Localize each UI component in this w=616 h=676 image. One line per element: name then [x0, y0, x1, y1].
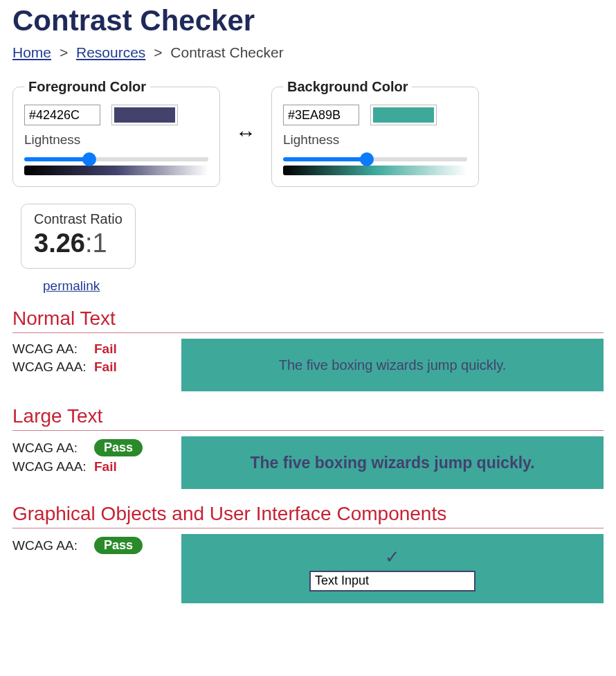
contrast-ratio-title: Contrast Ratio — [34, 211, 123, 227]
ui-sample-input[interactable] — [309, 571, 475, 592]
background-lightness-slider[interactable] — [283, 157, 467, 161]
contrast-ratio-value: 3.26:1 — [34, 229, 123, 258]
foreground-gradient-bar — [24, 166, 208, 175]
breadcrumb-sep: > — [60, 44, 68, 60]
large-text-sample[interactable]: The five boxing wizards jump quickly. — [250, 454, 534, 472]
foreground-panel: Foreground Color Lightness — [12, 79, 220, 187]
large-aa-result: Pass — [94, 439, 143, 456]
background-gradient-bar — [283, 166, 467, 175]
ratio-number: 3.26 — [34, 229, 85, 258]
check-icon: ✓ — [385, 546, 400, 568]
swap-colors-button[interactable]: ↔ — [233, 120, 259, 146]
normal-text-sample-box: The five boxing wizards jump quickly. — [181, 339, 604, 391]
normal-text-results: WCAG AA: Fail WCAG AAA: Fail — [12, 339, 165, 391]
background-legend: Background Color — [283, 79, 412, 95]
normal-text-heading: Normal Text — [12, 308, 604, 333]
page-title: Contrast Checker — [12, 4, 604, 37]
large-aa-label: WCAG AA: — [12, 441, 94, 456]
foreground-lightness-slider[interactable] — [24, 157, 208, 161]
background-swatch-border[interactable] — [370, 105, 437, 125]
breadcrumb-resources[interactable]: Resources — [76, 44, 145, 60]
normal-aa-result: Fail — [94, 341, 117, 357]
breadcrumb-sep: > — [154, 44, 162, 60]
background-swatch — [373, 107, 434, 123]
ui-aa-result: Pass — [94, 537, 143, 554]
large-text-heading: Large Text — [12, 405, 604, 431]
large-text-sample-box: The five boxing wizards jump quickly. — [181, 436, 604, 489]
normal-aa-label: WCAG AA: — [12, 341, 94, 357]
foreground-hex-input[interactable] — [24, 105, 100, 125]
background-lightness-label: Lightness — [283, 132, 467, 148]
normal-aaa-result: Fail — [94, 359, 117, 375]
ui-sample-box: ✓ — [181, 534, 604, 603]
normal-aaa-label: WCAG AAA: — [12, 359, 94, 375]
ui-aa-label: WCAG AA: — [12, 538, 94, 553]
breadcrumb-current: Contrast Checker — [170, 44, 283, 60]
breadcrumb: Home > Resources > Contrast Checker — [12, 44, 604, 61]
background-hex-input[interactable] — [283, 105, 359, 125]
large-text-results: WCAG AA: Pass WCAG AAA: Fail — [12, 436, 165, 489]
ui-components-results: WCAG AA: Pass — [12, 534, 165, 603]
large-aaa-label: WCAG AAA: — [12, 459, 94, 474]
ratio-suffix: :1 — [85, 229, 107, 258]
foreground-swatch — [114, 107, 175, 123]
ui-components-heading: Graphical Objects and User Interface Com… — [12, 503, 604, 528]
foreground-lightness-label: Lightness — [24, 132, 208, 148]
foreground-swatch-border[interactable] — [111, 105, 178, 125]
large-aaa-result: Fail — [94, 459, 117, 474]
normal-text-sample[interactable]: The five boxing wizards jump quickly. — [279, 357, 507, 373]
breadcrumb-home[interactable]: Home — [12, 44, 51, 60]
contrast-ratio-box: Contrast Ratio 3.26:1 — [21, 204, 136, 269]
foreground-legend: Foreground Color — [24, 79, 150, 95]
background-panel: Background Color Lightness — [271, 79, 479, 187]
permalink-link[interactable]: permalink — [43, 278, 604, 294]
